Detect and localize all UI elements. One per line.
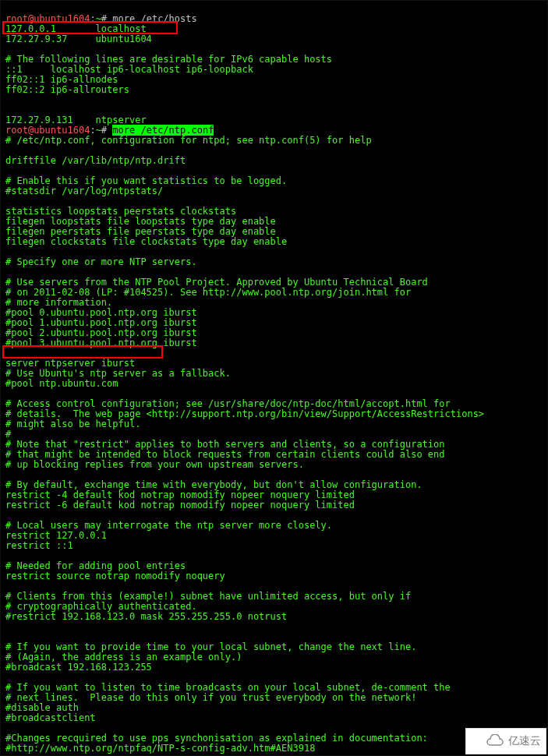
ntp-line: restrict -6 default kod notrap nomodify … <box>5 500 355 510</box>
ntp-line: # Enable this if you want statistics to … <box>5 175 287 186</box>
ntp-line: # Use servers from the NTP Pool Project.… <box>5 277 428 288</box>
ntp-line: # If you want to provide time to your lo… <box>5 641 416 652</box>
ntp-line: # Needed for adding pool entries <box>5 560 186 571</box>
ntp-line: #broadcast 192.168.123.255 <box>5 662 152 673</box>
ntp-line: #pool 3.ubuntu.pool.ntp.org iburst <box>5 337 197 348</box>
cloud-icon <box>485 734 505 748</box>
ntp-line: # Access control configuration; see /usr… <box>5 398 451 409</box>
ntp-line: # next lines. Please do this only if you… <box>5 692 416 703</box>
hosts-line: ff02::1 ip6-allnodes <box>5 74 118 85</box>
watermark-text: 亿速云 <box>508 734 541 748</box>
ntp-line: restrict 127.0.0.1 <box>5 530 107 541</box>
ntp-line: # more information. <box>5 297 112 308</box>
ntp-line: #statsdir /var/log/ntpstats/ <box>5 185 163 196</box>
ntp-line: #pool 2.ubuntu.pool.ntp.org iburst <box>5 327 197 338</box>
prompt-user: root <box>5 13 28 24</box>
ntp-line: filegen clockstats file clockstats type … <box>5 236 287 247</box>
ntp-line: # Clients from this (example!) subnet ha… <box>5 591 411 602</box>
ntp-line: restrict -4 default kod notrap nomodify … <box>5 489 355 500</box>
ntp-line: #pool 1.ubuntu.pool.ntp.org iburst <box>5 317 197 328</box>
ntp-line: # Local users may interrogate the ntp se… <box>5 520 332 531</box>
ntp-line: # on 2011-02-08 (LP: #104525). See http:… <box>5 287 411 298</box>
ntp-line: statistics loopstats peerstats clockstat… <box>5 206 236 217</box>
watermark-badge: 亿速云 <box>465 728 546 754</box>
ntp-line: # cryptographically authenticated. <box>5 601 197 612</box>
ntp-line: driftfile /var/lib/ntp/ntp.drift <box>5 155 186 166</box>
command-more-ntpconf: more /etc/ntp.conf <box>112 125 214 136</box>
prompt-host: ubuntu1604 <box>34 13 90 24</box>
ntp-line: #pool ntp.ubuntu.com <box>5 378 118 389</box>
ntp-line: filegen peerstats file peerstats type da… <box>5 226 276 237</box>
terminal-window[interactable]: root@ubuntu1604:~# more /etc/hosts 127.0… <box>0 0 548 756</box>
ntp-line: # up blocking replies from your own upst… <box>5 459 304 470</box>
ntp-line: #Changes recquired to use pps synchonisa… <box>5 733 428 744</box>
ntp-line: # By default, exchange time with everybo… <box>5 479 422 490</box>
ntp-line: restrict ::1 <box>5 540 73 551</box>
hosts-line-highlight: 172.27.9.37 ubuntu1604 <box>5 34 152 44</box>
ntp-line: #disable auth <box>5 702 79 713</box>
ntp-line: # If you want to listen to time broadcas… <box>5 682 451 693</box>
hosts-line: ::1 localhost ip6-localhost ip6-loopback <box>5 64 253 75</box>
hosts-line: 127.0.0.1 localhost <box>5 23 147 34</box>
prompt-host: ubuntu1604 <box>34 125 90 136</box>
prompt-path: ~ <box>96 125 101 136</box>
ntp-line: # (Again, the address is an example only… <box>5 652 242 662</box>
ntp-line: # <box>5 429 11 440</box>
ntp-line: filegen loopstats file loopstats type da… <box>5 216 276 227</box>
ntp-line: # might also be helpful. <box>5 419 140 429</box>
hosts-line: 172.27.9.131 ntpserver <box>5 115 147 125</box>
ntp-line: #pool 0.ubuntu.pool.ntp.org iburst <box>5 307 197 318</box>
ntp-line: #broadcastclient <box>5 712 96 723</box>
ntp-line: # Specify one or more NTP servers. <box>5 256 197 267</box>
ntp-line: # Use Ubuntu's ntp server as a fallback. <box>5 368 231 379</box>
command-more-hosts: more /etc/hosts <box>112 13 196 24</box>
hosts-line: # The following lines are desirable for … <box>5 54 332 65</box>
hosts-line: ff02::2 ip6-allrouters <box>5 84 129 95</box>
ntp-line: #restrict 192.168.123.0 mask 255.255.255… <box>5 611 287 622</box>
ntp-line-highlight: server ntpserver iburst <box>5 358 135 369</box>
prompt-path: ~ <box>96 13 101 24</box>
ntp-line: # details. The web page <http://support.… <box>5 408 484 419</box>
ntp-line: restrict source notrap nomodify noquery <box>5 571 225 581</box>
prompt-user: root <box>5 125 28 136</box>
prompt-symbol: # <box>101 13 107 24</box>
ntp-line: # Note that "restrict" applies to both s… <box>5 439 445 450</box>
ntp-line: #http://www.ntp.org/ntpfaq/NTP-s-config-… <box>5 743 315 754</box>
ntp-line: # that might be intended to block reques… <box>5 449 445 460</box>
ntp-line: # /etc/ntp.conf, configuration for ntpd;… <box>5 135 372 146</box>
prompt-symbol: # <box>101 125 107 136</box>
